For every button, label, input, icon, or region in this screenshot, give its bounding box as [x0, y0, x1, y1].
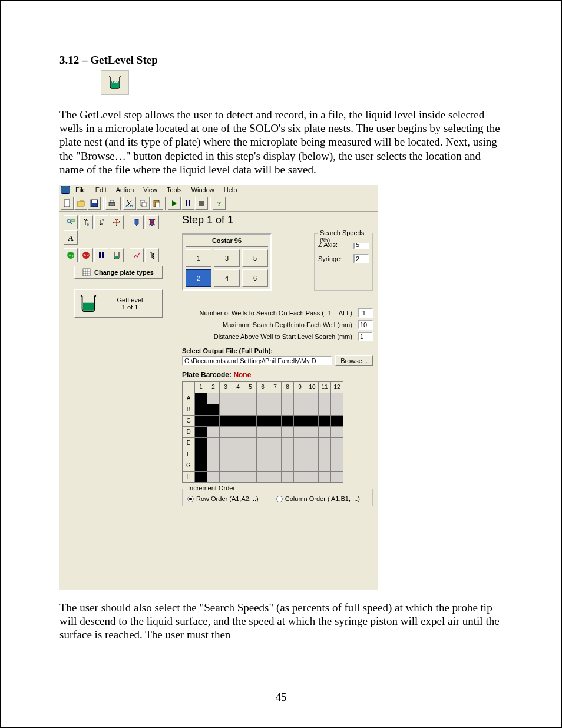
browse-button[interactable]: Browse... [335, 355, 373, 366]
well-A11[interactable] [319, 393, 331, 404]
well-H4[interactable] [232, 471, 244, 482]
well-G3[interactable] [220, 460, 232, 471]
well-D8[interactable] [282, 426, 294, 437]
well-A12[interactable] [331, 393, 343, 404]
well-D12[interactable] [331, 426, 343, 437]
row-header-F[interactable]: F [183, 449, 195, 460]
well-H1[interactable] [195, 471, 207, 482]
row-header-A[interactable]: A [183, 393, 195, 404]
num-wells-input[interactable] [358, 308, 373, 318]
well-F4[interactable] [232, 449, 244, 460]
well-A2[interactable] [207, 393, 220, 404]
col-header-8[interactable]: 8 [282, 381, 294, 393]
menu-action[interactable]: Action [112, 185, 138, 195]
well-F7[interactable] [269, 449, 282, 460]
well-F9[interactable] [294, 449, 306, 460]
well-G1[interactable] [195, 460, 207, 471]
well-F8[interactable] [282, 449, 294, 460]
col-header-6[interactable]: 6 [257, 381, 269, 393]
well-F1[interactable] [195, 449, 207, 460]
menu-view[interactable]: View [139, 185, 161, 195]
well-F12[interactable] [331, 449, 343, 460]
well-E5[interactable] [244, 437, 257, 449]
row-header-H[interactable]: H [183, 471, 195, 482]
well-G8[interactable] [282, 460, 294, 471]
well-D9[interactable] [294, 426, 306, 437]
well-E9[interactable] [294, 437, 306, 449]
well-D10[interactable] [306, 426, 319, 437]
well-H12[interactable] [331, 471, 343, 482]
col-header-10[interactable]: 10 [306, 381, 319, 393]
well-H11[interactable] [319, 471, 331, 482]
loop-icon[interactable]: Loop [64, 248, 78, 262]
well-G10[interactable] [306, 460, 319, 471]
step-block-getlevel[interactable]: GetLevel 1 of 1 [74, 289, 163, 318]
well-A4[interactable] [232, 393, 244, 404]
well-D11[interactable] [319, 426, 331, 437]
well-G9[interactable] [294, 460, 306, 471]
end-icon[interactable]: End [79, 248, 93, 262]
well-C8[interactable] [282, 415, 294, 426]
well-H8[interactable] [282, 471, 294, 482]
col-header-9[interactable]: 9 [294, 381, 306, 393]
well-D2[interactable] [207, 426, 220, 437]
well-H5[interactable] [244, 471, 257, 482]
menu-help[interactable]: Help [220, 185, 242, 195]
well-D6[interactable] [257, 426, 269, 437]
well-E1[interactable] [195, 437, 207, 449]
row-order-radio[interactable]: Row Order (A1,A2,...) [187, 495, 259, 503]
well-C12[interactable] [331, 415, 343, 426]
well-C10[interactable] [306, 415, 319, 426]
col-header-1[interactable]: 1 [195, 381, 207, 393]
well-F2[interactable] [207, 449, 220, 460]
nest-cell-5[interactable]: 5 [242, 249, 268, 267]
well-C2[interactable] [207, 415, 220, 426]
well-B5[interactable] [244, 404, 257, 415]
col-header-11[interactable]: 11 [319, 381, 331, 393]
well-C11[interactable] [319, 415, 331, 426]
nest-cell-6[interactable]: 6 [242, 269, 268, 287]
well-C6[interactable] [257, 415, 269, 426]
well-B1[interactable] [195, 404, 207, 415]
well-E4[interactable] [232, 437, 244, 449]
row-header-B[interactable]: B [183, 404, 195, 415]
print-icon[interactable] [105, 197, 118, 210]
menu-tools[interactable]: Tools [163, 185, 186, 195]
well-G12[interactable] [331, 460, 343, 471]
well-F11[interactable] [319, 449, 331, 460]
tool-text-icon[interactable]: A [64, 230, 78, 245]
well-D3[interactable] [220, 426, 232, 437]
well-B2[interactable] [207, 404, 220, 415]
well-G5[interactable] [244, 460, 257, 471]
tool-a-icon[interactable] [64, 215, 78, 229]
open-icon[interactable] [74, 197, 87, 210]
tool-down-icon[interactable] [94, 215, 108, 229]
well-H3[interactable] [220, 471, 232, 482]
well-A7[interactable] [269, 393, 282, 404]
nest-cell-1[interactable]: 1 [186, 249, 211, 267]
new-icon[interactable] [61, 197, 74, 210]
well-grid[interactable]: 123456789101112ABCDEFGH [182, 381, 343, 483]
well-C7[interactable] [269, 415, 282, 426]
dist-above-input[interactable] [358, 332, 373, 341]
col-header-4[interactable]: 4 [232, 381, 244, 393]
well-D4[interactable] [232, 426, 244, 437]
change-plate-types-button[interactable]: Change plate types [74, 266, 163, 279]
row-header-G[interactable]: G [183, 460, 195, 471]
well-F10[interactable] [306, 449, 319, 460]
well-E7[interactable] [269, 437, 282, 449]
well-G7[interactable] [269, 460, 282, 471]
well-A6[interactable] [257, 393, 269, 404]
well-B8[interactable] [282, 404, 294, 415]
run-icon[interactable] [168, 197, 181, 210]
well-A3[interactable] [220, 393, 232, 404]
well-G11[interactable] [319, 460, 331, 471]
well-E3[interactable] [220, 437, 232, 449]
well-B12[interactable] [331, 404, 343, 415]
well-B11[interactable] [319, 404, 331, 415]
row-header-E[interactable]: E [183, 437, 195, 449]
pause-icon[interactable] [181, 197, 194, 210]
row-header-C[interactable]: C [183, 415, 195, 426]
stop-icon[interactable] [195, 197, 208, 210]
well-E2[interactable] [207, 437, 220, 449]
